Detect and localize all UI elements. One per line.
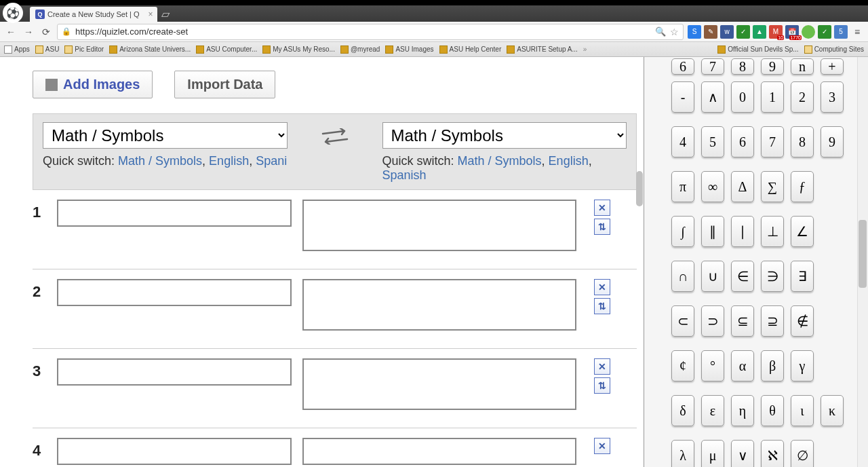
symbol-key[interactable]: ℵ xyxy=(761,440,784,467)
new-tab-button[interactable]: ▱ xyxy=(161,7,170,20)
symbol-key[interactable]: ∑ xyxy=(761,171,784,202)
symbol-key[interactable]: ∣ xyxy=(731,216,754,247)
symbol-key[interactable]: ∋ xyxy=(761,261,784,292)
reorder-row-button[interactable]: ⇅ xyxy=(594,298,610,314)
term-input[interactable] xyxy=(57,438,292,465)
symbol-key[interactable]: ∈ xyxy=(731,261,754,292)
symbol-key[interactable]: ∨ xyxy=(731,440,754,467)
ext-icon[interactable]: S xyxy=(688,25,701,39)
os-start-icon[interactable]: ⚽ xyxy=(3,3,23,23)
ext-icon[interactable]: w xyxy=(720,25,734,39)
search-icon[interactable]: 🔍 xyxy=(655,26,666,37)
symbol-key[interactable]: 3 xyxy=(821,81,844,113)
bookmark-item[interactable]: Official Sun Devils Sp... xyxy=(717,45,798,54)
bookmark-item[interactable]: My ASUs My Reso... xyxy=(262,45,335,54)
symbol-key[interactable]: ∉ xyxy=(791,305,814,337)
symbol-key[interactable]: α xyxy=(731,350,754,381)
bookmark-item[interactable]: ASU Help Center xyxy=(439,45,502,54)
symbol-key[interactable]: θ xyxy=(761,395,784,426)
definition-input[interactable] xyxy=(302,279,576,331)
quick-link[interactable]: Math / Symbols xyxy=(118,154,202,168)
bookmark-item[interactable]: ASU Computer... xyxy=(196,45,257,54)
add-images-button[interactable]: Add Images xyxy=(33,71,153,98)
bookmark-item[interactable]: Arizona State Univers... xyxy=(109,45,191,54)
delete-row-button[interactable]: ✕ xyxy=(594,358,610,375)
ext-icon[interactable]: ✓ xyxy=(736,25,750,39)
symbol-key[interactable]: + xyxy=(821,58,844,75)
bookmark-star-icon[interactable]: ☆ xyxy=(670,26,679,37)
symbol-key[interactable]: ∫ xyxy=(671,216,694,247)
bookmark-item[interactable]: Computing Sites xyxy=(804,45,864,54)
side-scrollbar-thumb[interactable] xyxy=(859,220,867,288)
quick-link[interactable]: Spanish xyxy=(382,168,427,182)
symbol-key[interactable]: ι xyxy=(791,395,814,426)
symbol-key[interactable]: β xyxy=(761,350,784,381)
symbol-key[interactable]: ⊥ xyxy=(761,216,784,247)
symbol-key[interactable]: 8 xyxy=(731,58,754,75)
symbol-key[interactable]: ⊃ xyxy=(701,305,724,337)
symbol-key[interactable]: ⊆ xyxy=(731,305,754,337)
browser-tab[interactable]: Q Create a New Study Set | Q × xyxy=(30,7,157,22)
quick-link[interactable]: Spani xyxy=(256,154,287,168)
menu-icon[interactable]: ≡ xyxy=(850,25,864,39)
symbol-key[interactable]: 6 xyxy=(671,58,694,75)
ext-icon[interactable]: ✎ xyxy=(704,25,717,39)
definition-input[interactable] xyxy=(302,358,576,410)
ext-icon[interactable]: M10 xyxy=(769,25,783,39)
term-input[interactable] xyxy=(57,358,292,386)
import-data-button[interactable]: Import Data xyxy=(174,71,275,98)
symbol-key[interactable]: δ xyxy=(671,395,694,426)
term-input[interactable] xyxy=(57,200,292,227)
symbol-key[interactable]: μ xyxy=(701,440,724,467)
symbol-key[interactable]: ∩ xyxy=(671,261,694,292)
main-scrollbar-thumb[interactable] xyxy=(636,171,643,206)
definition-language-select[interactable]: Math / Symbols xyxy=(382,122,627,149)
definition-input[interactable] xyxy=(302,200,576,251)
ext-icon[interactable]: ✓ xyxy=(818,25,831,39)
symbol-key[interactable]: ¢ xyxy=(671,350,694,381)
symbol-key[interactable]: - xyxy=(671,81,694,113)
symbol-key[interactable]: ∥ xyxy=(701,216,724,247)
ext-icon[interactable]: 5 xyxy=(834,25,848,39)
reorder-row-button[interactable]: ⇅ xyxy=(594,219,610,235)
delete-row-button[interactable]: ✕ xyxy=(594,438,610,454)
symbol-key[interactable]: 7 xyxy=(701,58,724,75)
symbol-key[interactable]: ∧ xyxy=(701,81,724,113)
term-input[interactable] xyxy=(57,279,292,306)
symbol-key[interactable]: π xyxy=(671,171,694,202)
symbol-key[interactable]: 4 xyxy=(671,126,694,157)
symbol-key[interactable]: γ xyxy=(791,350,814,381)
symbol-key[interactable]: ∪ xyxy=(701,261,724,292)
symbol-key[interactable]: 9 xyxy=(761,58,784,75)
symbol-key[interactable]: 2 xyxy=(791,81,814,113)
symbol-key[interactable]: 7 xyxy=(761,126,784,157)
symbol-key[interactable]: ⊇ xyxy=(761,305,784,337)
swap-languages-button[interactable] xyxy=(319,126,351,147)
quick-link[interactable]: English xyxy=(209,154,249,168)
symbol-key[interactable]: 8 xyxy=(791,126,814,157)
close-tab-icon[interactable]: × xyxy=(149,10,153,19)
bookmark-item[interactable]: ASU xyxy=(35,45,60,54)
term-language-select[interactable]: Math / Symbols xyxy=(43,122,288,149)
quick-link[interactable]: Math / Symbols xyxy=(458,154,542,168)
ext-icon[interactable]: 📅1770 xyxy=(785,25,799,39)
bookmark-item[interactable]: ASURITE Setup A... xyxy=(507,45,577,54)
symbol-key[interactable]: 9 xyxy=(821,126,844,157)
back-button[interactable]: ← xyxy=(4,25,18,39)
delete-row-button[interactable]: ✕ xyxy=(594,200,610,216)
symbol-key[interactable]: ⊂ xyxy=(671,305,694,337)
bookmark-item[interactable]: ASU Images xyxy=(385,45,433,54)
symbol-key[interactable]: n xyxy=(791,58,814,75)
bookmark-item[interactable]: @myread xyxy=(340,45,380,54)
symbol-key[interactable]: ∞ xyxy=(701,171,724,202)
symbol-key[interactable]: ∅ xyxy=(791,440,814,467)
symbol-key[interactable]: ∠ xyxy=(791,216,814,247)
quick-link[interactable]: English xyxy=(549,154,589,168)
delete-row-button[interactable]: ✕ xyxy=(594,279,610,295)
bookmark-item[interactable]: Apps xyxy=(4,45,30,54)
symbol-key[interactable]: Δ xyxy=(731,171,754,202)
forward-button[interactable]: → xyxy=(22,25,35,39)
symbol-key[interactable]: λ xyxy=(671,440,694,467)
symbol-key[interactable]: ∃ xyxy=(791,261,814,292)
symbol-key[interactable]: ε xyxy=(701,395,724,426)
